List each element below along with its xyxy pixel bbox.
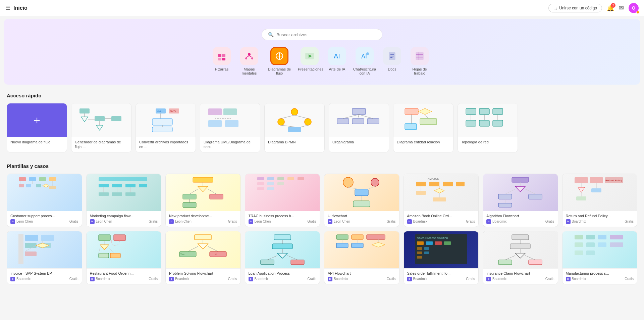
- avatar[interactable]: Q: [629, 3, 639, 13]
- quick-card-er[interactable]: Diagrama entidad relación: [393, 103, 453, 152]
- template-img-t14: Sales Process Solution: [404, 231, 479, 268]
- template-card-t2[interactable]: Marketing campaign flow...bLeon ChenGrat…: [86, 174, 162, 227]
- svg-line-218: [505, 256, 515, 260]
- template-author-t7: bBoardmix: [486, 219, 506, 224]
- svg-rect-92: [112, 184, 122, 187]
- template-card-t4[interactable]: TRAC business process b...bLeon ChenGrat…: [245, 174, 320, 227]
- svg-rect-73: [466, 120, 476, 126]
- category-item-mapas[interactable]: Mapas mentales: [237, 47, 261, 75]
- template-card-t16[interactable]: Manufacturing process s...bBoardmixGrati…: [562, 231, 638, 284]
- svg-rect-226: [575, 242, 583, 247]
- svg-rect-199: [352, 243, 363, 248]
- svg-rect-186: [272, 244, 292, 249]
- svg-marker-177: [198, 244, 208, 249]
- search-bar[interactable]: 🔍: [262, 29, 382, 40]
- notification-badge: 2: [611, 3, 615, 8]
- author-logo: b: [328, 277, 332, 281]
- quick-card-img-org: [329, 103, 389, 137]
- category-item-pizarras[interactable]: Pizarras: [213, 47, 231, 75]
- svg-text:AMAZON: AMAZON: [428, 177, 439, 180]
- template-card-t14[interactable]: Sales Process SolutionSales order fulfil…: [404, 231, 479, 284]
- category-item-arte[interactable]: AIArte de IA: [328, 47, 346, 75]
- quick-card-new[interactable]: ＋Nuevo diagrama de flujo: [7, 103, 67, 152]
- svg-rect-96: [99, 192, 109, 196]
- template-card-t12[interactable]: Loan Application ProcessbBoardmixGratis: [245, 231, 320, 284]
- category-icon-pizarras: [213, 47, 231, 65]
- svg-rect-81: [49, 177, 56, 181]
- quick-card-label-org: Organigrama: [329, 137, 389, 147]
- quick-card-org[interactable]: Organigrama: [329, 103, 389, 152]
- svg-rect-231: [586, 250, 595, 255]
- template-meta-t9: bBoardmixGratis: [10, 277, 78, 281]
- author-logo: b: [169, 277, 174, 281]
- svg-rect-63: [405, 108, 418, 115]
- category-item-presentaciones[interactable]: Presentaciones: [298, 47, 321, 75]
- template-author-t9: bBoardmix: [10, 277, 31, 281]
- template-card-t15[interactable]: Insurance Claim FlowchartbBoardmixGratis: [483, 231, 558, 284]
- quick-card-uml[interactable]: Diagrama UML/Diagrama de secu...: [200, 103, 260, 152]
- template-img-t5: [324, 174, 399, 211]
- template-meta-t3: bLeon ChenGratis: [169, 219, 237, 224]
- category-item-hojas[interactable]: Hojas de trabajo: [408, 47, 431, 75]
- author-logo: b: [169, 219, 174, 224]
- template-card-t10[interactable]: Restaurant Food Orderin...bBoardmixGrati…: [86, 231, 162, 284]
- template-card-t6[interactable]: AMAZONAmazon Book Online Ord...bBoardmix…: [404, 174, 479, 227]
- quick-card-import[interactable]: Visio SVG Convertir archivos importados …: [136, 103, 196, 152]
- category-item-diagramas[interactable]: Diagramas de flujo: [268, 47, 291, 75]
- menu-icon[interactable]: ☰: [5, 5, 10, 11]
- search-input[interactable]: [276, 32, 376, 37]
- svg-rect-146: [498, 203, 512, 207]
- svg-rect-106: [183, 194, 196, 199]
- notification-icon[interactable]: 🔔 2: [607, 4, 614, 12]
- svg-point-48: [291, 108, 298, 115]
- template-card-t9[interactable]: Invoice - SAP System BP...bBoardmixGrati…: [7, 231, 82, 284]
- quick-card-bpmn[interactable]: Diagrama BPMN: [264, 103, 325, 152]
- category-item-chat[interactable]: AIChat/escritura con IA: [353, 47, 376, 75]
- svg-marker-169: [100, 245, 109, 250]
- svg-rect-230: [575, 250, 583, 255]
- svg-point-120: [343, 177, 353, 187]
- template-name-t6: Amazon Book Online Ord...: [407, 214, 475, 218]
- svg-rect-130: [443, 182, 453, 186]
- template-info-t5: UI flowchartbLeon ChenGratis: [324, 211, 399, 227]
- svg-rect-210: [417, 256, 422, 259]
- template-info-t7: Algorithm FlowchartbBoardmixGratis: [483, 211, 558, 227]
- template-card-t1[interactable]: Customer support proces...bLeon ChenGrat…: [7, 174, 82, 227]
- template-meta-t5: bLeon ChenGratis: [328, 219, 396, 224]
- quick-card-ai-gen[interactable]: Generador de diagramas de flujo ...: [71, 103, 131, 152]
- author-logo: b: [566, 277, 571, 281]
- svg-rect-160: [25, 243, 37, 248]
- svg-rect-79: [29, 177, 36, 181]
- quick-card-topo[interactable]: Topología de red: [458, 103, 518, 152]
- svg-rect-45: [208, 120, 222, 127]
- quick-card-img-er: [393, 103, 453, 137]
- template-card-t7[interactable]: Algorithm FlowchartbBoardmixGratis: [483, 174, 558, 227]
- svg-line-124: [368, 186, 375, 189]
- svg-rect-39: [152, 119, 172, 125]
- template-card-t8[interactable]: Refund PolicyReturn and Refund Policy...…: [562, 174, 638, 227]
- template-meta-t16: bBoardmixGratis: [566, 277, 634, 281]
- template-price-t1: Gratis: [69, 220, 78, 223]
- join-button[interactable]: ⬚ Unirse con un código: [548, 4, 602, 12]
- template-author-t2: bLeon Chen: [90, 219, 112, 224]
- svg-rect-154: [576, 196, 586, 200]
- quick-card-label-bpmn: Diagrama BPMN: [265, 137, 324, 147]
- svg-point-6: [251, 57, 253, 59]
- svg-rect-204: [417, 241, 424, 245]
- template-card-t13[interactable]: API FlowchartbBoardmixGratis: [324, 231, 399, 284]
- category-label-diagramas: Diagramas de flujo: [268, 67, 291, 75]
- svg-rect-126: [353, 201, 370, 207]
- templates-title: Plantillas y casos: [7, 163, 637, 169]
- template-card-t11[interactable]: YesNoProblem-Solving FlowchartbBoardmixG…: [165, 231, 241, 284]
- template-author-t11: bBoardmix: [169, 277, 189, 281]
- category-item-docs[interactable]: Docs: [383, 47, 401, 75]
- template-card-t5[interactable]: UI flowchartbLeon ChenGratis: [324, 174, 399, 227]
- svg-rect-229: [610, 242, 623, 247]
- svg-marker-64: [418, 108, 432, 115]
- template-name-t11: Problem-Solving Flowchart: [169, 271, 237, 275]
- template-card-t3[interactable]: New product developme...bLeon ChenGratis: [165, 174, 241, 227]
- svg-rect-43: [223, 108, 237, 115]
- mail-icon[interactable]: ✉: [619, 4, 624, 12]
- template-meta-t14: bBoardmixGratis: [407, 277, 475, 281]
- template-price-t14: Gratis: [466, 277, 475, 281]
